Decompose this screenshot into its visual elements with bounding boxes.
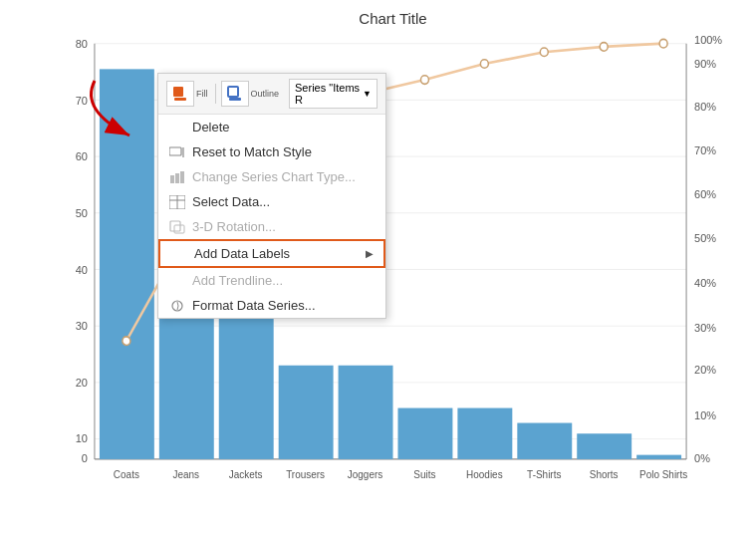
svg-rect-42: [173, 87, 183, 97]
svg-text:Suits: Suits: [413, 469, 435, 480]
menu-item-select-data[interactable]: Select Data...: [158, 189, 385, 214]
add-labels-icon: [170, 247, 188, 261]
bar-shorts[interactable]: [577, 433, 631, 459]
change-series-icon: [168, 170, 186, 184]
select-data-icon: [168, 195, 186, 209]
menu-item-3d-label: 3-D Rotation...: [192, 219, 276, 234]
svg-text:70: 70: [76, 94, 88, 106]
svg-text:90%: 90%: [694, 58, 716, 70]
submenu-arrow-icon: ▶: [366, 248, 374, 259]
svg-text:60: 60: [76, 150, 88, 162]
chart-container: Chart Title 0 10 20 30 40 50 60 70 80: [0, 0, 756, 535]
line-dot: [600, 43, 608, 52]
menu-item-delete[interactable]: Delete: [158, 115, 385, 139]
series-dropdown[interactable]: Series "Items R ▼: [289, 79, 378, 109]
menu-item-trendline-label: Add Trendline...: [192, 273, 283, 288]
dropdown-arrow-icon: ▼: [363, 89, 372, 99]
svg-text:Joggers: Joggers: [348, 469, 382, 480]
bar-poloshirts[interactable]: [636, 455, 681, 459]
svg-text:40%: 40%: [694, 276, 716, 288]
outline-label: Outline: [251, 89, 280, 99]
line-dot: [659, 39, 667, 48]
svg-rect-44: [228, 87, 238, 97]
svg-rect-43: [174, 98, 186, 101]
trendline-icon: [168, 274, 186, 288]
menu-item-format-series[interactable]: Format Data Series...: [158, 293, 385, 318]
svg-rect-46: [169, 147, 181, 155]
menu-item-delete-label: Delete: [192, 120, 230, 134]
line-dot: [540, 48, 548, 57]
bar-joggers[interactable]: [339, 366, 393, 459]
menu-item-3d-rotation: 3-D Rotation...: [158, 214, 385, 239]
fill-label: Fill: [196, 89, 208, 99]
svg-text:Trousers: Trousers: [286, 469, 325, 480]
svg-text:100%: 100%: [694, 33, 722, 45]
svg-text:T-Shirts: T-Shirts: [527, 469, 561, 480]
menu-item-reset-label: Reset to Match Style: [192, 144, 312, 159]
svg-text:30%: 30%: [694, 321, 716, 333]
3d-icon: [168, 220, 186, 234]
line-dot: [480, 60, 488, 69]
svg-text:30: 30: [76, 320, 88, 332]
svg-text:10: 10: [76, 431, 88, 443]
svg-text:Hoodies: Hoodies: [466, 469, 503, 480]
svg-text:20%: 20%: [694, 364, 716, 376]
svg-text:40: 40: [76, 263, 88, 275]
svg-text:80%: 80%: [694, 101, 716, 113]
chart-title: Chart Title: [50, 10, 736, 27]
mini-toolbar: Fill Outline Series "Items R ▼: [158, 74, 385, 115]
svg-text:50%: 50%: [694, 231, 716, 243]
series-dropdown-text: Series "Items R: [295, 82, 360, 106]
svg-rect-54: [170, 221, 180, 231]
menu-item-add-labels-label: Add Data Labels: [194, 246, 290, 261]
svg-text:Jackets: Jackets: [229, 469, 263, 480]
fill-outline-icons: Fill Outline: [166, 81, 283, 107]
chart-svg: 0 10 20 30 40 50 60 70 80 0% 10% 20% 30%…: [50, 33, 736, 491]
bar-tshirts[interactable]: [517, 423, 572, 459]
outline-icon-btn[interactable]: [221, 81, 249, 107]
svg-text:70%: 70%: [694, 144, 716, 156]
bar-trousers[interactable]: [279, 366, 334, 459]
svg-text:Coats: Coats: [114, 469, 139, 480]
bar-coats[interactable]: [100, 69, 154, 459]
svg-rect-55: [174, 225, 184, 233]
fill-icon-btn[interactable]: [166, 81, 194, 107]
svg-rect-48: [170, 175, 174, 183]
svg-text:Jeans: Jeans: [173, 469, 200, 480]
svg-rect-45: [229, 98, 241, 101]
svg-rect-49: [175, 173, 179, 183]
svg-text:20: 20: [76, 377, 88, 389]
bar-suits[interactable]: [397, 408, 452, 459]
menu-item-add-trendline: Add Trendline...: [158, 268, 385, 293]
svg-text:Polo Shirts: Polo Shirts: [639, 469, 687, 480]
chart-area: 0 10 20 30 40 50 60 70 80 0% 10% 20% 30%…: [50, 33, 736, 491]
bar-hoodies[interactable]: [457, 408, 512, 459]
menu-item-format-series-label: Format Data Series...: [192, 298, 316, 313]
svg-text:50: 50: [76, 207, 88, 219]
line-dot: [123, 337, 130, 346]
menu-item-change-series: Change Series Chart Type...: [158, 164, 385, 189]
menu-item-add-data-labels[interactable]: Add Data Labels ▶: [158, 239, 385, 268]
toolbar-divider: [215, 84, 216, 104]
delete-icon: [168, 121, 186, 134]
svg-text:0%: 0%: [694, 452, 710, 464]
line-dot: [420, 76, 428, 85]
menu-item-select-data-label: Select Data...: [192, 194, 270, 209]
context-menu: Fill Outline Series "Items R ▼: [157, 73, 386, 319]
svg-text:Shorts: Shorts: [590, 469, 619, 480]
menu-item-change-series-label: Change Series Chart Type...: [192, 169, 356, 184]
svg-text:60%: 60%: [694, 187, 716, 199]
svg-text:10%: 10%: [694, 409, 716, 421]
format-series-icon: [168, 299, 186, 313]
menu-item-reset[interactable]: Reset to Match Style: [158, 139, 385, 164]
svg-rect-50: [180, 171, 184, 183]
svg-text:80: 80: [76, 38, 88, 50]
reset-icon: [168, 145, 186, 159]
svg-text:0: 0: [82, 452, 88, 464]
